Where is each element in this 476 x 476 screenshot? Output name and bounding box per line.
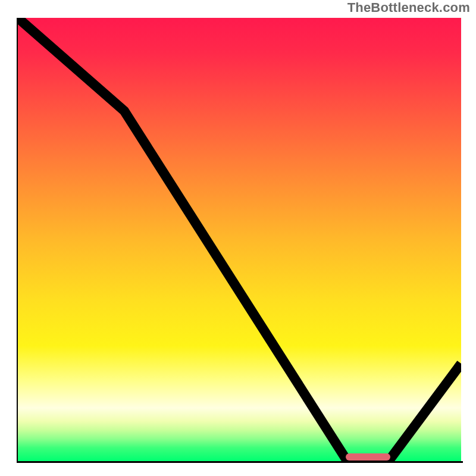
x-axis bbox=[17, 461, 463, 463]
plot-area bbox=[18, 18, 461, 461]
bottleneck-curve bbox=[18, 18, 461, 459]
attribution-text: TheBottleneck.com bbox=[347, 0, 470, 15]
optimal-range-marker bbox=[346, 453, 390, 461]
curve-svg bbox=[18, 18, 461, 461]
